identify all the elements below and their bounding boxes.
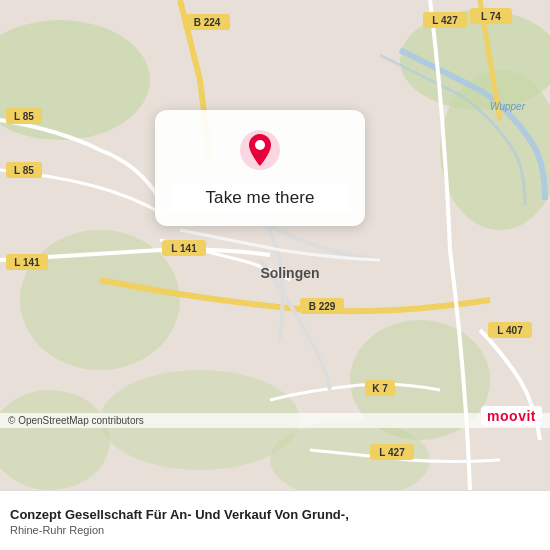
map-area: B 224 L 74 L 85 L 85 L 427 L 141 L 141 B… (0, 0, 550, 490)
svg-text:Wupper: Wupper (490, 101, 526, 112)
svg-text:B 224: B 224 (194, 17, 221, 28)
map-pin-icon (238, 128, 282, 172)
svg-text:L 427: L 427 (379, 447, 405, 458)
svg-text:K 7: K 7 (372, 383, 388, 394)
bottom-info-bar: Conzept Gesellschaft Für An- Und Verkauf… (0, 490, 550, 550)
copyright-bar: © OpenStreetMap contributors (0, 413, 550, 428)
svg-text:L 141: L 141 (14, 257, 40, 268)
moovit-logo: moovit (481, 406, 542, 426)
svg-text:L 85: L 85 (14, 111, 34, 122)
svg-text:L 427: L 427 (432, 15, 458, 26)
svg-text:L 85: L 85 (14, 165, 34, 176)
place-title: Conzept Gesellschaft Für An- Und Verkauf… (10, 507, 540, 524)
place-region: Rhine-Ruhr Region (10, 524, 540, 536)
svg-text:L 74: L 74 (481, 11, 501, 22)
svg-point-36 (255, 140, 265, 150)
svg-text:L 141: L 141 (171, 243, 197, 254)
location-tooltip: Take me there (155, 110, 365, 226)
svg-text:Solingen: Solingen (260, 265, 319, 281)
svg-text:B 229: B 229 (309, 301, 336, 312)
svg-text:L 407: L 407 (497, 325, 523, 336)
copyright-text: © OpenStreetMap contributors (8, 415, 144, 426)
take-me-there-button[interactable]: Take me there (171, 184, 349, 212)
